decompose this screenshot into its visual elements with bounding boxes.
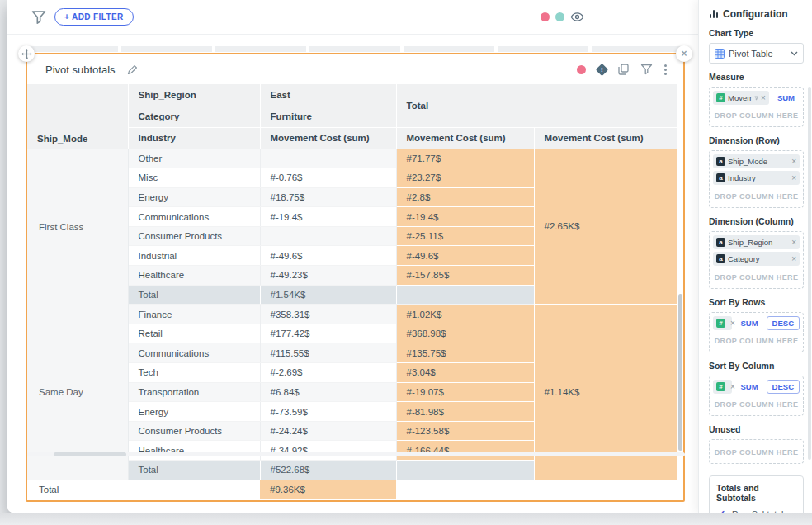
- remove-chip-icon[interactable]: ×: [761, 93, 766, 102]
- widget-menu-icon[interactable]: [664, 64, 667, 75]
- measure-header-3: Movement Cost (sum): [534, 127, 677, 149]
- sort-rows-agg-button[interactable]: SUM: [735, 316, 762, 330]
- teal-status-dot[interactable]: [555, 12, 564, 21]
- industry-cell: Finance: [128, 305, 260, 324]
- value-cell: #115.55$: [260, 343, 396, 363]
- dimension-column-label: Dimension (Column): [709, 216, 804, 226]
- remove-chip-icon[interactable]: ×: [791, 238, 796, 247]
- industry-cell: Healthcare: [128, 441, 260, 461]
- text-field-icon: a: [716, 238, 725, 247]
- remove-chip-icon[interactable]: ×: [791, 173, 796, 182]
- subtotal-blank: [396, 285, 534, 305]
- sort-by-column-dropzone[interactable]: # Move × SUM DESC DROP COLUMN HERE: [709, 376, 804, 416]
- app-window: + ADD FILTER × Pivot subtotals: [7, 0, 812, 513]
- sort-rows-direction-button[interactable]: DESC: [767, 316, 800, 330]
- dimension-column-dropzone[interactable]: a Ship_Region × a Category × DROP COLUMN…: [709, 231, 804, 289]
- dashboard-grid-strip: [27, 46, 683, 52]
- numeric-field-icon: #: [716, 319, 725, 328]
- value-cell: #-34.92$: [260, 441, 396, 461]
- pink-status-dot[interactable]: [541, 12, 550, 21]
- subtotal-blank: [396, 461, 534, 480]
- widget-title: Pivot subtotals: [45, 64, 116, 76]
- dimension-row-label: Dimension (Row): [709, 135, 804, 145]
- pivot-table-icon: [715, 49, 725, 59]
- industry-cell: Misc: [128, 168, 260, 188]
- row-total-cell: #3.04$: [396, 363, 534, 383]
- dimension-chip-ship-mode[interactable]: a Ship_Mode ×: [713, 154, 800, 168]
- pivot-body: First ClassOther#71.77$#2.65K$Misc#-0.76…: [27, 149, 677, 499]
- value-cell: #-19.4$: [260, 207, 396, 227]
- dashboard-toolbar: + ADD FILTER: [7, 0, 698, 35]
- dimension-chip-category[interactable]: a Category ×: [713, 252, 800, 266]
- close-widget-button[interactable]: ×: [676, 45, 692, 62]
- value-cell: [260, 226, 396, 246]
- measure-dropzone[interactable]: # Movemen × SUM DROP COLUMN HERE: [709, 87, 804, 127]
- value-cell: #-49.6$: [260, 246, 396, 266]
- sort-column-direction-button[interactable]: DESC: [767, 380, 800, 394]
- add-filter-button[interactable]: + ADD FILTER: [54, 8, 134, 26]
- grand-blank: [128, 480, 260, 499]
- row-total-cell: #-25.11$: [396, 226, 534, 246]
- dimension-chip-industry[interactable]: a Industry ×: [713, 171, 800, 185]
- industry-cell: Retail: [128, 324, 260, 343]
- sort-by-rows-label: Sort By Rows: [709, 297, 804, 307]
- col-value1-header: East: [260, 84, 396, 106]
- dimension-chip-ship-region[interactable]: a Ship_Region ×: [713, 235, 800, 249]
- filter-icon[interactable]: [31, 9, 47, 26]
- row-total-cell: #-49.6$: [396, 246, 534, 266]
- chip-filter-icon[interactable]: [754, 95, 758, 102]
- table-vertical-scrollbar[interactable]: [678, 294, 682, 451]
- industry-cell: Tech: [128, 363, 260, 383]
- sort-rows-chip[interactable]: # Move ×: [713, 316, 732, 330]
- industry-cell: Transportation: [128, 382, 260, 402]
- sort-by-rows-dropzone[interactable]: # Move × SUM DESC DROP COLUMN HERE: [709, 312, 804, 352]
- widget-pink-dot[interactable]: [577, 65, 586, 74]
- sort-column-chip[interactable]: # Move ×: [713, 380, 732, 394]
- industry-cell: Communications: [128, 207, 260, 227]
- eye-icon[interactable]: [570, 11, 584, 23]
- drop-column-hint: DROP COLUMN HERE: [713, 395, 800, 412]
- pivot-table: Ship_Mode Ship_Region East Total Categor…: [27, 84, 677, 499]
- text-field-icon: a: [716, 173, 725, 182]
- industry-cell: Other: [128, 149, 260, 168]
- card-header: Pivot subtotals !: [27, 54, 683, 84]
- unused-dropzone[interactable]: DROP COLUMN HERE: [709, 439, 804, 464]
- chart-type-select[interactable]: Pivot Table: [709, 43, 804, 64]
- value-cell: #-73.59$: [260, 402, 396, 422]
- subtotal-value: #522.68$: [260, 461, 396, 480]
- canvas-horizontal-scrollbar[interactable]: [27, 452, 685, 456]
- row-total-cell: #-81.98$: [396, 402, 534, 422]
- remove-chip-icon[interactable]: ×: [791, 254, 796, 263]
- value-cell: #18.75$: [260, 187, 396, 207]
- value-cell: [260, 149, 396, 168]
- subtotal-label: Total: [128, 461, 260, 480]
- remove-chip-icon[interactable]: ×: [730, 319, 735, 328]
- remove-chip-icon[interactable]: ×: [791, 157, 796, 166]
- sidebar-scrollbar[interactable]: [808, 87, 811, 460]
- row-total-cell: #2.8$: [396, 187, 534, 207]
- measure-label: Measure: [709, 72, 804, 82]
- sort-by-column-label: Sort By Column: [709, 361, 804, 371]
- pivot-widget-card: × Pivot subtotals !: [26, 53, 685, 502]
- edit-title-icon[interactable]: [127, 64, 138, 75]
- row-total-cell: #-19.07$: [396, 382, 534, 402]
- measure-header-2: Movement Cost (sum): [396, 127, 534, 149]
- measure-agg-button[interactable]: SUM: [772, 91, 800, 105]
- alert-diamond-icon[interactable]: !: [596, 63, 609, 76]
- duplicate-icon[interactable]: [618, 64, 629, 75]
- industry-cell: Industrial: [128, 246, 260, 266]
- sort-column-agg-button[interactable]: SUM: [735, 380, 762, 394]
- col-dim2-header: Category: [128, 106, 260, 127]
- text-field-icon: a: [716, 254, 725, 263]
- corner-header: Ship_Mode: [27, 84, 128, 149]
- widget-filter-icon[interactable]: [640, 64, 653, 75]
- move-handle[interactable]: [18, 45, 35, 62]
- value-cell: #358.31$: [260, 305, 396, 324]
- measure-chip[interactable]: # Movemen ×: [713, 91, 769, 105]
- value-cell: #177.42$: [260, 324, 396, 343]
- value-cell: #-0.76$: [260, 168, 396, 188]
- pivot-row: First ClassOther#71.77$#2.65K$: [27, 149, 677, 168]
- row-total-cell: #1.02K$: [396, 305, 534, 324]
- dimension-row-dropzone[interactable]: a Ship_Mode × a Industry × DROP COLUMN H…: [709, 150, 804, 208]
- remove-chip-icon[interactable]: ×: [730, 382, 735, 391]
